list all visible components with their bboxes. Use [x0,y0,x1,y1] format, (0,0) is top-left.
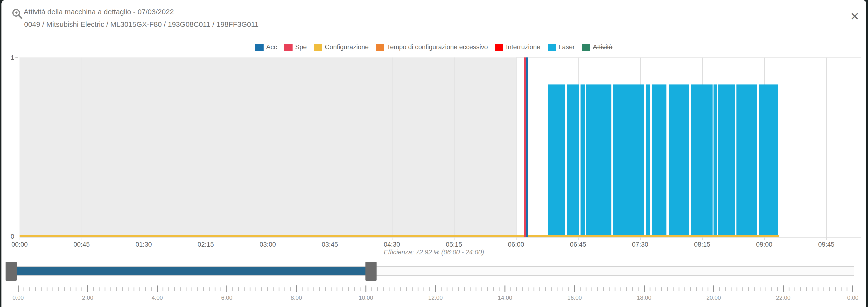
ruler-tick [122,287,123,291]
x-tick-mark [268,237,268,240]
ruler-tick [203,287,204,291]
legend-item-attivit-[interactable]: Attività [582,43,612,51]
ruler-tick [441,287,442,291]
ruler-tick [731,287,732,291]
ruler-label: 8:00 [290,295,302,301]
ruler-tick [41,287,42,291]
ruler-tick [284,287,285,291]
slider-selected-range[interactable] [11,267,371,275]
ruler-tick [53,287,53,291]
bar-segment-laser [548,85,565,235]
legend-item-tempo-di-configurazione-eccessivo[interactable]: Tempo di configurazione eccessivo [376,43,488,51]
ruler-tick [626,287,627,291]
ruler-tick [777,287,778,291]
ruler-tick [417,287,418,291]
gridline [20,57,20,237]
gridline [330,57,330,237]
time-ruler: 0:002:004:006:008:0010:0012:0014:0016:00… [18,285,853,305]
ruler-tick [128,287,129,291]
ruler-label: 12:00 [428,295,443,301]
ruler-label: 6:00 [221,295,232,301]
time-range-slider-track[interactable] [11,266,854,276]
ruler-tick [331,287,332,291]
legend-label: Spe [295,43,307,51]
ruler-tick [476,287,476,291]
ruler-tick [371,287,372,291]
ruler-tick [348,287,349,291]
ruler-tick [267,287,268,291]
legend-item-acc[interactable]: Acc [255,43,277,51]
dialog-title: Attività della macchina a dettaglio - 07… [24,8,174,16]
ruler-tick [725,287,725,291]
ruler-tick [661,287,662,291]
ruler-tick [342,287,343,291]
ruler-tick-major [18,285,19,292]
ruler-tick-major [713,285,714,292]
ruler-label: 0:00 [847,295,859,301]
ruler-tick [209,287,210,291]
ruler-tick [737,287,737,291]
x-tick-label: 02:15 [197,241,214,248]
legend-item-interruzione[interactable]: Interruzione [495,43,540,51]
ruler-tick [603,287,604,291]
ruler-tick [302,287,303,291]
legend-item-laser[interactable]: Laser [548,43,575,51]
y-tick-dash-0 [16,237,18,237]
x-tick-mark [206,237,206,240]
activity-chart-plot: 1 0 00:0000:4501:3002:1503:0003:4504:300… [20,57,861,237]
ruler-tick [105,287,105,291]
x-tick-mark [454,237,455,240]
x-tick-label: 09:00 [756,241,772,248]
x-tick-mark [330,237,330,240]
ruler-label: 4:00 [152,295,163,301]
x-tick-mark [764,237,765,240]
efficiency-note: Efficienza: 72.92 % (06:00 - 24:00) [1,249,866,256]
ruler-tick [377,287,378,291]
ruler-tick [829,287,830,291]
legend-label: Interruzione [506,43,540,51]
legend-item-configurazione[interactable]: Configurazione [314,43,369,51]
ruler-tick [551,287,552,291]
gridline [82,57,82,237]
ruler-tick [180,287,181,291]
gridline [826,57,827,237]
ruler-tick [145,287,146,291]
x-tick-mark [392,237,393,240]
legend-item-spe[interactable]: Spe [284,43,307,51]
ruler-tick [221,287,221,291]
legend-swatch [495,44,503,51]
ruler-tick [766,287,766,291]
x-axis-line [20,237,861,238]
x-tick-label: 00:00 [11,241,28,248]
ruler-tick [632,287,633,291]
x-tick-label: 06:00 [508,241,524,248]
ruler-tick [337,287,337,291]
ruler-tick [545,287,546,291]
dialog-header: Attività della macchina a dettaglio - 07… [1,0,866,34]
ruler-tick [795,287,795,291]
legend-swatch [582,44,590,51]
ruler-tick [140,287,140,291]
legend-label: Tempo di configurazione eccessivo [387,43,488,51]
bar-segment-laser [718,85,735,235]
ruler-tick [354,287,354,291]
ruler-tick [58,287,59,291]
slider-handle-right[interactable] [366,262,377,281]
dialog-subtitle: 0049 / Mitsubishi Electric / ML3015GX-F8… [24,20,258,29]
ruler-tick [771,287,772,291]
x-tick-label: 06:45 [570,241,586,248]
ruler-tick [458,287,459,291]
ruler-tick [806,287,807,291]
bar-segment-laser [737,85,757,235]
ruler-tick [557,287,558,291]
close-button[interactable]: ✕ [846,9,863,24]
legend-label: Acc [266,43,277,51]
ruler-tick-major [366,285,366,292]
slider-handle-left[interactable] [5,262,17,281]
ruler-tick [754,287,754,291]
bar-segment-laser [714,85,717,235]
bar-segment-laser [613,85,644,235]
ruler-label: 22:00 [776,295,790,301]
ruler-tick [742,287,743,291]
ruler-tick [609,287,610,291]
